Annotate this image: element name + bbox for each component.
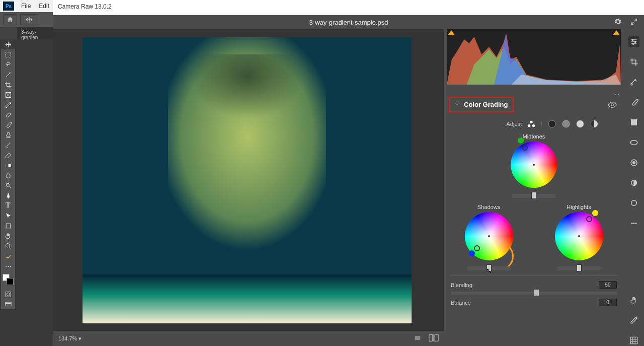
edit-sliders-icon[interactable] <box>628 36 639 47</box>
raw-canvas-area: 134.7% ▾ <box>53 29 444 346</box>
camera-raw-title: Camera Raw 13.0.2 <box>53 0 644 15</box>
balance-value[interactable]: 0 <box>599 299 617 306</box>
stamp-tool-icon[interactable] <box>1 130 15 140</box>
preview-image[interactable] <box>83 37 412 323</box>
midtones-view-icon[interactable] <box>561 119 571 128</box>
menu-edit[interactable]: Edit <box>35 3 53 10</box>
presets-icon[interactable] <box>628 197 639 209</box>
sampler-icon[interactable] <box>628 315 639 326</box>
histogram[interactable] <box>447 29 621 85</box>
highlights-section: Highlights <box>555 204 603 270</box>
compare-icon[interactable] <box>429 334 439 342</box>
midtones-handle[interactable] <box>522 145 528 151</box>
svg-point-9 <box>7 293 10 296</box>
snapshot-icon[interactable] <box>628 177 639 188</box>
grad-filter-icon[interactable] <box>628 117 639 128</box>
type-tool-icon[interactable]: T <box>1 200 15 211</box>
midtones-wheel[interactable] <box>511 142 557 188</box>
svg-point-29 <box>633 162 635 164</box>
chevron-down-icon: ﹀ <box>455 101 460 108</box>
eraser-tool-icon[interactable] <box>1 150 15 160</box>
redeye-icon[interactable] <box>628 157 639 168</box>
svg-point-27 <box>630 141 637 145</box>
frame-tool-icon[interactable] <box>1 90 15 100</box>
shadows-view-icon[interactable] <box>547 119 556 128</box>
heal-tool-icon[interactable] <box>1 110 15 120</box>
move-options-icon[interactable] <box>20 14 38 25</box>
svg-point-22 <box>632 39 633 41</box>
banana-tool-icon[interactable] <box>1 251 15 261</box>
visibility-toggle-icon[interactable] <box>608 102 617 109</box>
dodge-tool-icon[interactable] <box>1 180 15 190</box>
more-tool-icon[interactable]: ⋯ <box>1 261 15 271</box>
fullscreen-icon[interactable] <box>630 18 638 27</box>
highlights-luminance-slider[interactable] <box>557 266 601 270</box>
highlight-clip-icon[interactable] <box>613 30 620 35</box>
svg-point-18 <box>548 120 555 127</box>
hand-icon[interactable] <box>628 295 639 306</box>
local-brush-icon[interactable] <box>628 97 639 108</box>
shadow-clip-icon[interactable] <box>448 30 455 35</box>
highlights-view-icon[interactable] <box>576 119 585 128</box>
ps-document-tab[interactable]: 3-way-gradien <box>17 27 53 39</box>
home-icon[interactable] <box>3 14 17 25</box>
zoom-tool-icon[interactable] <box>1 241 15 251</box>
grid-toggle-icon[interactable] <box>414 334 422 342</box>
highlights-label: Highlights <box>555 204 603 210</box>
fg-bg-colors[interactable] <box>1 274 15 289</box>
blur-tool-icon[interactable] <box>1 170 15 180</box>
lasso-tool-icon[interactable] <box>1 59 15 70</box>
wand-tool-icon[interactable] <box>1 70 15 80</box>
shadows-sat-icon[interactable] <box>469 250 475 256</box>
svg-point-25 <box>631 84 632 85</box>
highlights-handle[interactable] <box>586 216 592 222</box>
highlights-wheel[interactable] <box>555 212 603 260</box>
shadows-label: Shadows <box>465 204 513 210</box>
zoom-level[interactable]: 134.7% ▾ <box>58 335 82 342</box>
settings-icon[interactable] <box>614 18 622 27</box>
panel-collapse-icon[interactable]: ︿ <box>444 90 624 97</box>
radial-filter-icon[interactable] <box>628 137 639 148</box>
grid-icon[interactable] <box>628 335 639 346</box>
midtones-luminance-slider[interactable] <box>512 194 555 198</box>
svg-point-15 <box>530 121 532 123</box>
brush-tool-icon[interactable] <box>1 120 15 130</box>
crop-icon[interactable] <box>628 56 639 67</box>
marquee-tool-icon[interactable] <box>1 49 15 59</box>
svg-point-23 <box>634 41 636 43</box>
global-view-icon[interactable] <box>590 119 599 128</box>
color-grading-header[interactable]: ﹀ Color Grading <box>449 97 514 112</box>
svg-point-5 <box>6 183 9 186</box>
more-icon[interactable]: ••• <box>628 218 639 229</box>
highlights-sat-icon[interactable] <box>592 210 598 216</box>
gradient-tool-icon[interactable] <box>1 160 15 170</box>
midtones-sat-icon[interactable] <box>518 137 524 144</box>
screenmode-icon[interactable] <box>1 299 15 309</box>
svg-point-16 <box>528 124 530 127</box>
svg-rect-4 <box>6 164 8 167</box>
menu-file[interactable]: File <box>17 3 35 10</box>
raw-file-bar: 3-way-gradient-sample.psd <box>53 15 644 29</box>
hand-tool-icon[interactable] <box>1 231 15 241</box>
balance-row: Balance 0 <box>444 296 624 309</box>
history-brush-icon[interactable] <box>1 140 15 150</box>
shape-tool-icon[interactable] <box>1 221 15 231</box>
ps-logo-icon: Ps <box>3 2 14 11</box>
move-tool-icon[interactable] <box>1 39 15 49</box>
eyedropper-tool-icon[interactable] <box>1 100 15 110</box>
blending-value[interactable]: 50 <box>599 281 617 289</box>
pen-tool-icon[interactable] <box>1 190 15 200</box>
midtones-label: Midtones <box>449 133 619 140</box>
svg-point-19 <box>562 120 570 127</box>
blending-slider[interactable] <box>451 292 617 295</box>
heal-icon[interactable] <box>628 77 639 88</box>
camera-raw-window: 3-way-gradient-sample.psd 134.7% ▾ <box>53 15 644 346</box>
shadows-handle[interactable] <box>474 245 480 251</box>
threeway-view-icon[interactable] <box>527 119 536 128</box>
quickmask-icon[interactable] <box>1 289 15 299</box>
crop-tool-icon[interactable] <box>1 80 15 90</box>
path-select-icon[interactable] <box>1 211 15 221</box>
svg-rect-13 <box>435 335 438 341</box>
midtones-section: Midtones <box>444 130 624 198</box>
ps-options-bar <box>0 12 53 27</box>
